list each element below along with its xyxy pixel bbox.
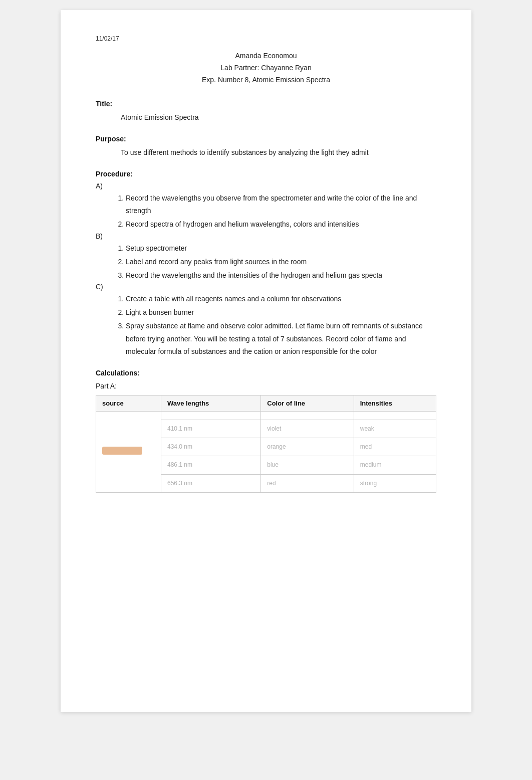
proc-list-a: Record the wavelengths you observe from … xyxy=(96,192,436,231)
purpose-section: Purpose: To use different methods to ide… xyxy=(96,135,436,159)
title-section: Title: Atomic Emission Spectra xyxy=(96,100,436,124)
purpose-content: To use different methods to identify sub… xyxy=(96,147,436,159)
list-item: Record spectra of hydrogen and helium wa… xyxy=(126,218,436,231)
part-label: Part A: xyxy=(96,382,436,390)
list-item: Light a bunsen burner xyxy=(126,306,436,319)
list-item: Setup spectrometer xyxy=(126,242,436,255)
list-item: Create a table with all reagents names a… xyxy=(126,293,436,305)
wavelength-cell: 656.3 nm xyxy=(161,474,261,492)
proc-letter-a: A) xyxy=(96,182,436,190)
wavelength-cell: 486.1 nm xyxy=(161,456,261,474)
intensity-cell: weak xyxy=(354,420,436,438)
source-cell xyxy=(96,412,161,493)
intensity-cell: medium xyxy=(354,456,436,474)
intensity-cell: med xyxy=(354,438,436,456)
intensity-cell xyxy=(354,412,436,420)
proc-list-b: Setup spectrometer Label and record any … xyxy=(96,242,436,282)
list-item: Label and record any peaks from light so… xyxy=(126,256,436,268)
color-cell: orange xyxy=(261,438,354,456)
title-content: Atomic Emission Spectra xyxy=(96,112,436,124)
list-item: Spray substance at flame and observe col… xyxy=(126,320,436,358)
page: 11/02/17 Amanda Economou Lab Partner: Ch… xyxy=(61,10,471,712)
procedure-group-c: C) Create a table with all reagents name… xyxy=(96,283,436,358)
procedure-group-b: B) Setup spectrometer Label and record a… xyxy=(96,232,436,282)
wavelength-cell: 434.0 nm xyxy=(161,438,261,456)
header-line1: Amanda Economou xyxy=(96,50,436,62)
intensity-cell: strong xyxy=(354,474,436,492)
col-color: Color of line xyxy=(261,396,354,412)
proc-letter-c: C) xyxy=(96,283,436,291)
list-item: Record the wavelengths and the intensiti… xyxy=(126,269,436,282)
calculations-section: Calculations: Part A: source Wave length… xyxy=(96,369,436,493)
color-cell: blue xyxy=(261,456,354,474)
col-wavelengths: Wave lengths xyxy=(161,396,261,412)
color-cell: violet xyxy=(261,420,354,438)
purpose-label: Purpose: xyxy=(96,135,436,143)
list-item: Record the wavelengths you observe from … xyxy=(126,192,436,217)
col-intensities: Intensities xyxy=(354,396,436,412)
procedure-label: Procedure: xyxy=(96,170,436,178)
proc-letter-b: B) xyxy=(96,232,436,240)
calculations-label: Calculations: xyxy=(96,369,436,377)
table-header-row: source Wave lengths Color of line Intens… xyxy=(96,396,436,412)
title-label: Title: xyxy=(96,100,436,108)
table-row xyxy=(96,412,436,420)
source-highlight xyxy=(102,447,142,455)
header-line3: Exp. Number 8, Atomic Emission Spectra xyxy=(96,74,436,86)
proc-list-c: Create a table with all reagents names a… xyxy=(96,293,436,358)
wavelength-cell xyxy=(161,412,261,420)
header: Amanda Economou Lab Partner: Chayanne Ry… xyxy=(96,50,436,86)
header-line2: Lab Partner: Chayanne Ryan xyxy=(96,62,436,74)
color-cell xyxy=(261,412,354,420)
procedure-section: Procedure: A) Record the wavelengths you… xyxy=(96,170,436,358)
color-cell: red xyxy=(261,474,354,492)
col-source: source xyxy=(96,396,161,412)
wavelength-cell: 410.1 nm xyxy=(161,420,261,438)
date-label: 11/02/17 xyxy=(96,35,436,42)
data-table: source Wave lengths Color of line Intens… xyxy=(96,395,436,493)
procedure-group-a: A) Record the wavelengths you observe fr… xyxy=(96,182,436,231)
